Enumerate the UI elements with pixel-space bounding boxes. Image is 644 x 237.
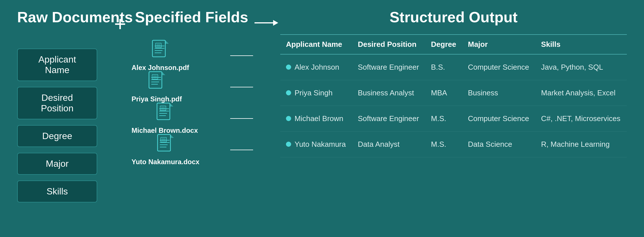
main-layout: Raw Documents Applicant Name Desired Pos… xyxy=(0,0,644,237)
row-indicator-2 xyxy=(286,90,291,95)
field-tag-major: Major xyxy=(17,153,97,175)
svg-rect-23 xyxy=(161,107,165,110)
documents-list: Alex Johnson.pdf xyxy=(132,43,252,168)
svg-marker-33 xyxy=(273,20,278,26)
left-panel: Raw Documents Applicant Name Desired Pos… xyxy=(17,9,109,202)
doc-row-1: Alex Johnson.pdf xyxy=(132,43,252,69)
table-header-row: Applicant Name Desired Position Degree M… xyxy=(280,35,627,54)
cell-skills-1: Java, Python, SQL xyxy=(535,54,627,80)
specified-fields-title: Specified Fields xyxy=(135,9,248,26)
doc-row-3: Michael Brown.docx xyxy=(132,106,252,131)
cell-skills-3: C#, .NET, Microservices xyxy=(535,106,627,131)
cell-major-3: Computer Science xyxy=(462,106,535,131)
table-header: Applicant Name Desired Position Degree M… xyxy=(280,35,627,54)
field-tag-applicant-name: Applicant Name xyxy=(17,49,97,81)
cell-position-2: Business Analyst xyxy=(352,80,425,106)
row-indicator-1 xyxy=(286,65,291,70)
doc-icon-3 xyxy=(156,103,174,125)
cell-applicant-1: Alex Johnson xyxy=(280,54,352,80)
col-header-degree: Degree xyxy=(425,35,462,54)
svg-marker-1 xyxy=(165,40,169,44)
cell-skills-2: Market Analysis, Excel xyxy=(535,80,627,106)
doc-icon-1 xyxy=(151,40,170,63)
svg-marker-17 xyxy=(170,103,173,107)
connector-1 xyxy=(230,55,253,56)
field-tag-degree: Degree xyxy=(17,125,97,147)
doc-content-2: Priya Singh.pdf xyxy=(132,71,182,103)
col-header-desired-position: Desired Position xyxy=(352,35,425,54)
connector-2 xyxy=(230,87,253,87)
svg-rect-15 xyxy=(153,75,157,78)
cell-position-4: Data Analyst xyxy=(352,131,425,157)
col-header-major: Major xyxy=(462,35,535,54)
cell-skills-4: R, Machine Learning xyxy=(535,131,627,157)
structured-output-title: Structured Output xyxy=(280,9,627,26)
cell-position-3: Software Engineer xyxy=(352,106,425,131)
doc-row-4: Yuto Nakamura.docx xyxy=(132,137,252,163)
cell-applicant-2: Priya Singh xyxy=(280,80,352,106)
table-row: Priya Singh Business Analyst MBA Busines… xyxy=(280,80,627,106)
col-header-applicant-name: Applicant Name xyxy=(280,35,352,54)
col-header-skills: Skills xyxy=(535,35,627,54)
raw-docs-title: Raw Documents xyxy=(17,9,109,26)
doc-icon-4 xyxy=(156,134,175,157)
table-row: Yuto Nakamura Data Analyst M.S. Data Sci… xyxy=(280,131,627,157)
output-table: Applicant Name Desired Position Degree M… xyxy=(280,34,627,157)
cell-major-2: Business xyxy=(462,80,535,106)
doc-name-1: Alex Johnson.pdf xyxy=(132,64,189,72)
doc-content-1: Alex Johnson.pdf xyxy=(132,40,189,72)
svg-marker-25 xyxy=(170,134,174,138)
connector-3 xyxy=(230,118,253,119)
table-row: Michael Brown Software Engineer M.S. Com… xyxy=(280,106,627,131)
table-body: Alex Johnson Software Engineer B.S. Comp… xyxy=(280,54,627,157)
center-panel: Specified Fields Alex Johnson.pdf xyxy=(132,9,252,168)
row-indicator-4 xyxy=(286,142,291,147)
cell-major-1: Computer Science xyxy=(462,54,535,80)
field-tag-skills: Skills xyxy=(17,180,97,202)
cell-applicant-3: Michael Brown xyxy=(280,106,352,131)
doc-content-4: Yuto Nakamura.docx xyxy=(132,134,199,166)
cell-degree-4: M.S. xyxy=(425,131,462,157)
svg-rect-31 xyxy=(162,138,166,141)
field-tag-desired-position: Desired Position xyxy=(17,87,97,119)
doc-name-2: Priya Singh.pdf xyxy=(132,95,182,103)
cell-position-1: Software Engineer xyxy=(352,54,425,80)
doc-content-3: Michael Brown.docx xyxy=(132,103,198,134)
svg-marker-9 xyxy=(162,72,165,75)
doc-name-4: Yuto Nakamura.docx xyxy=(132,158,199,166)
svg-rect-7 xyxy=(156,44,160,47)
cell-applicant-4: Yuto Nakamura xyxy=(280,131,352,157)
doc-row-2: Priya Singh.pdf xyxy=(132,74,252,100)
plus-operator: + xyxy=(109,12,132,35)
doc-icon-2 xyxy=(148,71,166,94)
cell-degree-2: MBA xyxy=(425,80,462,106)
connector-4 xyxy=(230,150,253,150)
cell-degree-3: M.S. xyxy=(425,106,462,131)
table-row: Alex Johnson Software Engineer B.S. Comp… xyxy=(280,54,627,80)
row-indicator-3 xyxy=(286,116,291,121)
arrow-operator xyxy=(252,14,280,32)
field-tags-list: Applicant Name Desired Position Degree M… xyxy=(17,49,109,202)
cell-major-4: Data Science xyxy=(462,131,535,157)
cell-degree-1: B.S. xyxy=(425,54,462,80)
output-table-wrapper: Applicant Name Desired Position Degree M… xyxy=(280,34,627,157)
doc-name-3: Michael Brown.docx xyxy=(132,126,198,134)
right-panel: Structured Output Applicant Name Desired… xyxy=(280,9,627,157)
